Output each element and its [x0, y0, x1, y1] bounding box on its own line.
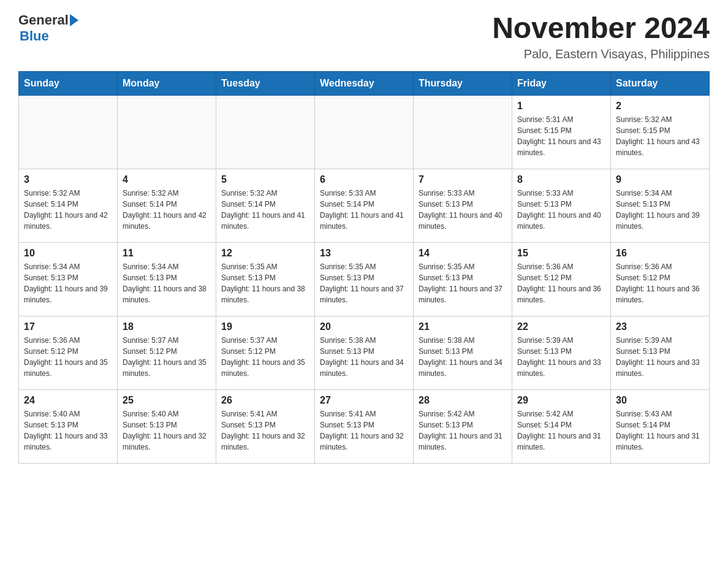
day-number: 30 [616, 395, 704, 406]
day-info: Sunrise: 5:38 AMSunset: 5:13 PMDaylight:… [320, 335, 408, 379]
day-info: Sunrise: 5:35 AMSunset: 5:13 PMDaylight:… [320, 261, 408, 305]
day-info: Sunrise: 5:31 AMSunset: 5:15 PMDaylight:… [517, 114, 605, 158]
calendar-cell [216, 95, 315, 169]
page-header: General Blue November 2024 Palo, Eastern… [18, 12, 710, 61]
calendar-week-row: 24Sunrise: 5:40 AMSunset: 5:13 PMDayligh… [19, 389, 710, 463]
calendar-week-row: 3Sunrise: 5:32 AMSunset: 5:14 PMDaylight… [19, 169, 710, 242]
calendar-header-row: SundayMondayTuesdayWednesdayThursdayFrid… [19, 71, 710, 95]
day-number: 1 [517, 101, 605, 112]
calendar-cell: 11Sunrise: 5:34 AMSunset: 5:13 PMDayligh… [118, 242, 216, 316]
day-number: 9 [616, 174, 704, 185]
day-info: Sunrise: 5:39 AMSunset: 5:13 PMDaylight:… [616, 335, 704, 379]
calendar-cell: 12Sunrise: 5:35 AMSunset: 5:13 PMDayligh… [216, 242, 315, 316]
calendar-cell [19, 95, 118, 169]
calendar-cell [315, 95, 414, 169]
weekday-header-friday: Friday [512, 71, 611, 95]
calendar-cell: 5Sunrise: 5:32 AMSunset: 5:14 PMDaylight… [216, 169, 315, 242]
day-info: Sunrise: 5:38 AMSunset: 5:13 PMDaylight:… [419, 335, 507, 379]
day-info: Sunrise: 5:40 AMSunset: 5:13 PMDaylight:… [24, 408, 112, 453]
calendar-cell: 6Sunrise: 5:33 AMSunset: 5:14 PMDaylight… [315, 169, 414, 242]
day-number: 8 [517, 174, 605, 185]
day-number: 22 [517, 321, 605, 332]
day-number: 24 [24, 395, 112, 406]
day-info: Sunrise: 5:36 AMSunset: 5:12 PMDaylight:… [24, 335, 112, 379]
day-number: 19 [221, 321, 309, 332]
day-number: 21 [419, 321, 507, 332]
day-number: 14 [419, 248, 507, 259]
calendar-cell [414, 95, 512, 169]
calendar-cell: 14Sunrise: 5:35 AMSunset: 5:13 PMDayligh… [414, 242, 512, 316]
calendar-cell: 24Sunrise: 5:40 AMSunset: 5:13 PMDayligh… [19, 389, 118, 463]
calendar-cell [118, 95, 216, 169]
calendar-cell: 28Sunrise: 5:42 AMSunset: 5:13 PMDayligh… [414, 389, 512, 463]
logo-general-text: General [18, 12, 69, 28]
day-info: Sunrise: 5:40 AMSunset: 5:13 PMDaylight:… [123, 408, 211, 453]
day-number: 6 [320, 174, 408, 185]
calendar-cell: 3Sunrise: 5:32 AMSunset: 5:14 PMDaylight… [19, 169, 118, 242]
day-number: 27 [320, 395, 408, 406]
calendar-cell: 30Sunrise: 5:43 AMSunset: 5:14 PMDayligh… [611, 389, 710, 463]
calendar-cell: 25Sunrise: 5:40 AMSunset: 5:13 PMDayligh… [118, 389, 216, 463]
calendar-cell: 17Sunrise: 5:36 AMSunset: 5:12 PMDayligh… [19, 316, 118, 389]
calendar-cell: 19Sunrise: 5:37 AMSunset: 5:12 PMDayligh… [216, 316, 315, 389]
calendar-cell: 16Sunrise: 5:36 AMSunset: 5:12 PMDayligh… [611, 242, 710, 316]
weekday-header-sunday: Sunday [19, 71, 118, 95]
day-number: 10 [24, 248, 112, 259]
weekday-header-tuesday: Tuesday [216, 71, 315, 95]
day-number: 29 [517, 395, 605, 406]
logo: General Blue [18, 12, 78, 44]
day-number: 3 [24, 174, 112, 185]
calendar-cell: 10Sunrise: 5:34 AMSunset: 5:13 PMDayligh… [19, 242, 118, 316]
calendar-cell: 27Sunrise: 5:41 AMSunset: 5:13 PMDayligh… [315, 389, 414, 463]
day-number: 17 [24, 321, 112, 332]
day-info: Sunrise: 5:36 AMSunset: 5:12 PMDaylight:… [616, 261, 704, 305]
day-number: 2 [616, 101, 704, 112]
day-number: 12 [221, 248, 309, 259]
day-number: 11 [123, 248, 211, 259]
day-info: Sunrise: 5:41 AMSunset: 5:13 PMDaylight:… [320, 408, 408, 453]
calendar-cell: 8Sunrise: 5:33 AMSunset: 5:13 PMDaylight… [512, 169, 611, 242]
day-info: Sunrise: 5:37 AMSunset: 5:12 PMDaylight:… [221, 335, 309, 379]
calendar-cell: 20Sunrise: 5:38 AMSunset: 5:13 PMDayligh… [315, 316, 414, 389]
day-number: 28 [419, 395, 507, 406]
calendar-cell: 29Sunrise: 5:42 AMSunset: 5:14 PMDayligh… [512, 389, 611, 463]
calendar-cell: 9Sunrise: 5:34 AMSunset: 5:13 PMDaylight… [611, 169, 710, 242]
calendar-cell: 15Sunrise: 5:36 AMSunset: 5:12 PMDayligh… [512, 242, 611, 316]
day-info: Sunrise: 5:42 AMSunset: 5:14 PMDaylight:… [517, 408, 605, 453]
calendar-cell: 18Sunrise: 5:37 AMSunset: 5:12 PMDayligh… [118, 316, 216, 389]
day-info: Sunrise: 5:32 AMSunset: 5:14 PMDaylight:… [24, 188, 112, 232]
calendar-table: SundayMondayTuesdayWednesdayThursdayFrid… [18, 71, 710, 464]
day-info: Sunrise: 5:37 AMSunset: 5:12 PMDaylight:… [123, 335, 211, 379]
day-number: 25 [123, 395, 211, 406]
day-number: 4 [123, 174, 211, 185]
location-subtitle: Palo, Eastern Visayas, Philippines [492, 47, 710, 61]
day-info: Sunrise: 5:34 AMSunset: 5:13 PMDaylight:… [616, 188, 704, 232]
day-number: 5 [221, 174, 309, 185]
day-info: Sunrise: 5:33 AMSunset: 5:14 PMDaylight:… [320, 188, 408, 232]
day-info: Sunrise: 5:32 AMSunset: 5:14 PMDaylight:… [123, 188, 211, 232]
calendar-week-row: 10Sunrise: 5:34 AMSunset: 5:13 PMDayligh… [19, 242, 710, 316]
calendar-cell: 13Sunrise: 5:35 AMSunset: 5:13 PMDayligh… [315, 242, 414, 316]
month-year-title: November 2024 [492, 12, 710, 45]
day-info: Sunrise: 5:36 AMSunset: 5:12 PMDaylight:… [517, 261, 605, 305]
day-info: Sunrise: 5:33 AMSunset: 5:13 PMDaylight:… [517, 188, 605, 232]
logo-triangle-icon [70, 14, 78, 26]
calendar-cell: 23Sunrise: 5:39 AMSunset: 5:13 PMDayligh… [611, 316, 710, 389]
day-number: 20 [320, 321, 408, 332]
day-info: Sunrise: 5:43 AMSunset: 5:14 PMDaylight:… [616, 408, 704, 453]
day-info: Sunrise: 5:41 AMSunset: 5:13 PMDaylight:… [221, 408, 309, 453]
day-info: Sunrise: 5:33 AMSunset: 5:13 PMDaylight:… [419, 188, 507, 232]
calendar-week-row: 17Sunrise: 5:36 AMSunset: 5:12 PMDayligh… [19, 316, 710, 389]
weekday-header-wednesday: Wednesday [315, 71, 414, 95]
logo-blue-text: Blue [20, 28, 49, 44]
day-number: 7 [419, 174, 507, 185]
day-number: 23 [616, 321, 704, 332]
weekday-header-saturday: Saturday [611, 71, 710, 95]
day-number: 18 [123, 321, 211, 332]
calendar-cell: 21Sunrise: 5:38 AMSunset: 5:13 PMDayligh… [414, 316, 512, 389]
title-section: November 2024 Palo, Eastern Visayas, Phi… [492, 12, 710, 61]
calendar-cell: 7Sunrise: 5:33 AMSunset: 5:13 PMDaylight… [414, 169, 512, 242]
day-number: 16 [616, 248, 704, 259]
day-info: Sunrise: 5:39 AMSunset: 5:13 PMDaylight:… [517, 335, 605, 379]
day-info: Sunrise: 5:35 AMSunset: 5:13 PMDaylight:… [221, 261, 309, 305]
